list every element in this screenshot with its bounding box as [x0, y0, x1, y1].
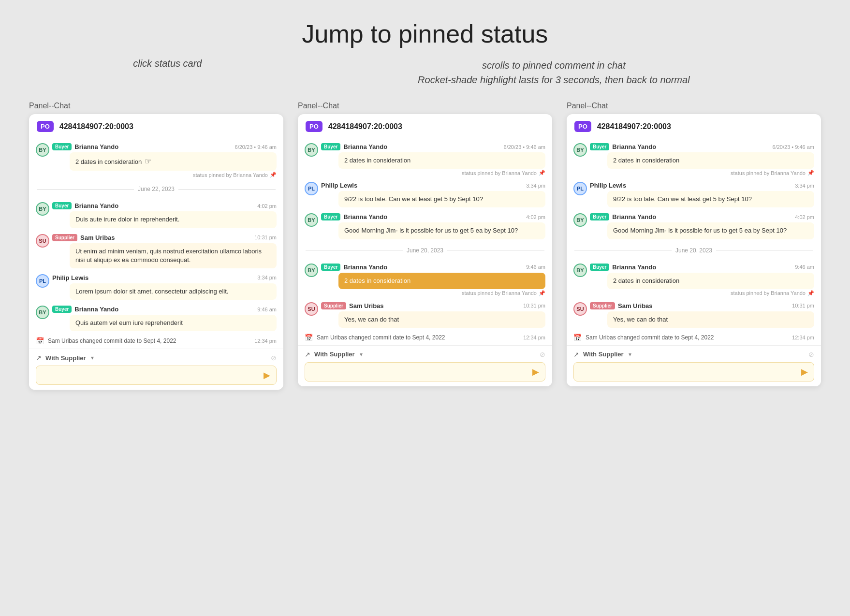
- message-time: 3:34 pm: [795, 183, 814, 189]
- message-content: BuyerBrianna Yando4:02 pmGood Morning Ji…: [321, 213, 545, 239]
- panel-wrapper-0: Panel--ChatPO4284184907:20:0003BYBuyerBr…: [29, 102, 283, 390]
- message-time: 4:02 pm: [526, 214, 545, 220]
- message-bubble: Lorem ipsum dolor sit amet, consectetur …: [70, 283, 277, 300]
- message-bubble[interactable]: 2 dates in consideration: [338, 273, 545, 289]
- role-badge: Supplier: [52, 234, 77, 241]
- avatar: PL: [573, 182, 587, 195]
- po-number: 4284184907:20:0003: [597, 122, 671, 131]
- footer-pin-icon[interactable]: ⊘: [540, 351, 545, 358]
- sender-name: Philip Lewis: [590, 182, 626, 189]
- avatar: BY: [573, 264, 587, 277]
- message-header-row: SupplierSam Uribas10:31 pm: [52, 234, 277, 241]
- message-content: BuyerBrianna Yando4:02 pmGood Morning Ji…: [590, 213, 814, 239]
- message-time: 10:31 pm: [523, 303, 545, 308]
- message-time: 9:46 am: [526, 264, 545, 270]
- message-time: 6/20/23 • 9:46 am: [773, 144, 814, 150]
- message-bubble[interactable]: 2 dates in consideration: [338, 152, 545, 169]
- external-link-icon: ↗: [573, 351, 579, 358]
- role-badge: Buyer: [590, 143, 609, 150]
- message-bubble: 9/22 is too late. Can we at least get 5 …: [607, 191, 814, 207]
- system-time: 12:34 pm: [523, 335, 545, 340]
- pin-icon: 📌: [807, 290, 814, 296]
- message-row: PLPhilip Lewis3:34 pmLorem ipsum dolor s…: [29, 270, 283, 302]
- page-title: Jump to pinned status: [29, 19, 821, 48]
- sender-name: Sam Uribas: [349, 302, 384, 309]
- footer-pin-icon[interactable]: ⊘: [271, 354, 277, 362]
- sender-name: Philip Lewis: [321, 182, 357, 189]
- message-time: 9:46 am: [795, 264, 814, 270]
- role-badge: Supplier: [590, 302, 615, 309]
- message-row: BYBuyerBrianna Yando4:02 pmGood Morning …: [298, 209, 552, 241]
- role-badge: Buyer: [590, 213, 609, 220]
- message-header-row: SupplierSam Uribas10:31 pm: [590, 302, 814, 309]
- message-input-area[interactable]: ▶: [305, 362, 545, 381]
- chat-body-2: BYBuyerBrianna Yando6/20/23 • 9:46 am2 d…: [567, 139, 821, 345]
- footer-top: ↗With Supplier▾⊘: [305, 351, 545, 358]
- message-header-row: BuyerBrianna Yando6/20/23 • 9:46 am: [321, 143, 545, 150]
- chevron-down-icon[interactable]: ▾: [91, 354, 94, 361]
- avatar: BY: [36, 202, 49, 216]
- sender-name: Brianna Yando: [74, 306, 118, 313]
- calendar-icon: 📅: [36, 337, 44, 345]
- message-input-area[interactable]: ▶: [36, 366, 277, 385]
- sender-name: Brianna Yando: [74, 143, 118, 150]
- footer-top: ↗With Supplier▾⊘: [36, 354, 277, 362]
- message-bubble: Good Morning Jim- is it possible for us …: [607, 222, 814, 239]
- message-time: 4:02 pm: [795, 214, 814, 220]
- message-row: BYBuyerBrianna Yando6/20/23 • 9:46 am2 d…: [567, 139, 821, 178]
- message-content: BuyerBrianna Yando6/20/23 • 9:46 am2 dat…: [52, 143, 277, 178]
- message-row: BYBuyerBrianna Yando4:02 pmDuis aute iru…: [29, 198, 283, 230]
- pinned-note: status pinned by Brianna Yando 📌: [607, 290, 814, 296]
- message-bubble: Ut enim ad minim veniam, quis nostrud ex…: [70, 243, 277, 268]
- sender-name: Brianna Yando: [612, 143, 656, 150]
- panel-header-2: PO4284184907:20:0003: [567, 114, 821, 139]
- message-bubble[interactable]: 2 dates in consideration: [607, 273, 814, 289]
- system-message: 📅Sam Uribas changed commit date to Sept …: [298, 330, 552, 345]
- footer-top: ↗With Supplier▾⊘: [573, 351, 814, 358]
- po-badge: PO: [574, 121, 591, 132]
- message-header-row: BuyerBrianna Yando4:02 pm: [590, 213, 814, 220]
- message-bubble: Quis autem vel eum iure reprehenderit: [70, 315, 277, 331]
- avatar: BY: [305, 143, 318, 157]
- pin-text: status pinned by Brianna Yando: [731, 170, 806, 176]
- send-button[interactable]: ▶: [264, 370, 270, 381]
- message-header-row: BuyerBrianna Yando6/20/23 • 9:46 am: [52, 143, 277, 150]
- send-button[interactable]: ▶: [532, 367, 539, 377]
- message-header-row: BuyerBrianna Yando9:46 am: [52, 306, 277, 313]
- message-header-row: BuyerBrianna Yando6/20/23 • 9:46 am: [590, 143, 814, 150]
- message-row: BYBuyerBrianna Yando9:46 am2 dates in co…: [298, 260, 552, 298]
- message-content: BuyerBrianna Yando6/20/23 • 9:46 am2 dat…: [321, 143, 545, 176]
- message-row: BYBuyerBrianna Yando9:46 am2 dates in co…: [567, 260, 821, 298]
- role-badge: Buyer: [321, 213, 340, 220]
- message-header-row: Philip Lewis3:34 pm: [590, 182, 814, 189]
- message-content: Philip Lewis3:34 pmLorem ipsum dolor sit…: [52, 274, 277, 300]
- message-header-row: BuyerBrianna Yando9:46 am: [321, 264, 545, 271]
- chat-footer: ↗With Supplier▾⊘▶: [298, 345, 552, 386]
- panel-wrapper-1: Panel--ChatPO4284184907:20:0003BYBuyerBr…: [298, 102, 552, 386]
- message-row: BYBuyerBrianna Yando6/20/23 • 9:46 am2 d…: [29, 139, 283, 180]
- sender-name: Sam Uribas: [618, 302, 653, 309]
- avatar: BY: [36, 143, 49, 157]
- footer-pin-icon[interactable]: ⊘: [808, 351, 814, 358]
- message-bubble[interactable]: 2 dates in consideration: [607, 152, 814, 169]
- pin-icon: 📌: [539, 170, 545, 176]
- message-content: SupplierSam Uribas10:31 pmUt enim ad min…: [52, 234, 277, 268]
- message-input-area[interactable]: ▶: [573, 362, 814, 381]
- avatar: SU: [305, 302, 318, 316]
- avatar: BY: [573, 143, 587, 157]
- pin-icon: 📌: [539, 290, 545, 296]
- chevron-down-icon[interactable]: ▾: [360, 351, 363, 358]
- sender-name: Brianna Yando: [612, 213, 656, 220]
- send-button[interactable]: ▶: [801, 367, 808, 377]
- pin-text: status pinned by Brianna Yando: [193, 172, 268, 178]
- message-row: BYBuyerBrianna Yando9:46 amQuis autem ve…: [29, 302, 283, 333]
- panel-1: PO4284184907:20:0003BYBuyerBrianna Yando…: [298, 114, 552, 386]
- pin-icon: 📌: [270, 172, 277, 178]
- message-content: SupplierSam Uribas10:31 pmYes, we can do…: [321, 302, 545, 328]
- message-bubble[interactable]: 2 dates in consideration☞: [70, 152, 277, 171]
- date-divider: June 20, 2023: [306, 243, 544, 258]
- panel-header-0: PO4284184907:20:0003: [29, 114, 283, 139]
- message-bubble: Yes, we can do that: [338, 311, 545, 328]
- external-link-icon: ↗: [36, 354, 42, 362]
- chevron-down-icon[interactable]: ▾: [629, 351, 631, 358]
